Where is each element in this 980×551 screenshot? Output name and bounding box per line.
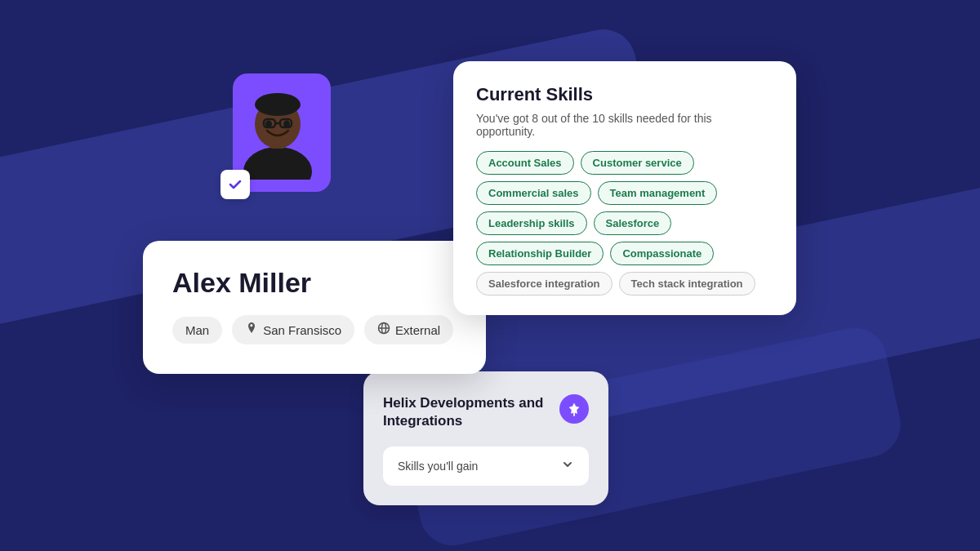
company-card: Helix Developments and Integrations Skil… [363,371,608,505]
company-header: Helix Developments and Integrations [383,394,589,430]
skill-salesforce-integration: Salesforce integration [476,272,612,295]
skills-title: Current Skills [476,84,773,105]
skill-team-management: Team management [598,181,718,205]
profile-tags: Man San Fransisco External [172,315,457,344]
location-label: San Fransisco [263,323,341,337]
skill-account-sales: Account Sales [476,151,574,175]
profile-name: Alex Miller [172,267,457,299]
skill-compassionate: Compassionate [610,242,714,265]
profile-tag-location: San Fransisco [232,315,354,344]
skill-leadership: Leadership skills [476,211,587,235]
company-name: Helix Developments and Integrations [383,394,551,430]
skill-relationship-builder: Relationship Builder [476,242,604,265]
man-label: Man [185,323,209,337]
skills-dropdown-label: Skills you'll gain [398,460,478,473]
profile-tag-man: Man [172,317,222,344]
globe-icon [377,322,390,338]
external-label: External [395,323,440,337]
skills-subtitle: You've got 8 out of the 10 skills needed… [476,112,773,138]
skill-tech-stack: Tech stack integration [619,272,755,295]
skills-tags: Account Sales Customer service Commercia… [476,151,773,295]
profile-tag-external: External [364,315,453,344]
pin-button[interactable] [559,394,589,424]
skill-customer-service: Customer service [581,151,694,175]
profile-card: Alex Miller Man San Fransisco External [143,241,486,374]
svg-point-3 [255,93,301,116]
skill-commercial-sales: Commercial sales [476,181,591,205]
skills-dropdown[interactable]: Skills you'll gain [383,447,589,486]
chevron-down-icon [561,458,574,474]
skill-salesforce: Salesforce [594,211,672,235]
location-icon [245,322,258,338]
skills-card: Current Skills You've got 8 out of the 1… [453,61,796,315]
check-badge [220,170,250,199]
